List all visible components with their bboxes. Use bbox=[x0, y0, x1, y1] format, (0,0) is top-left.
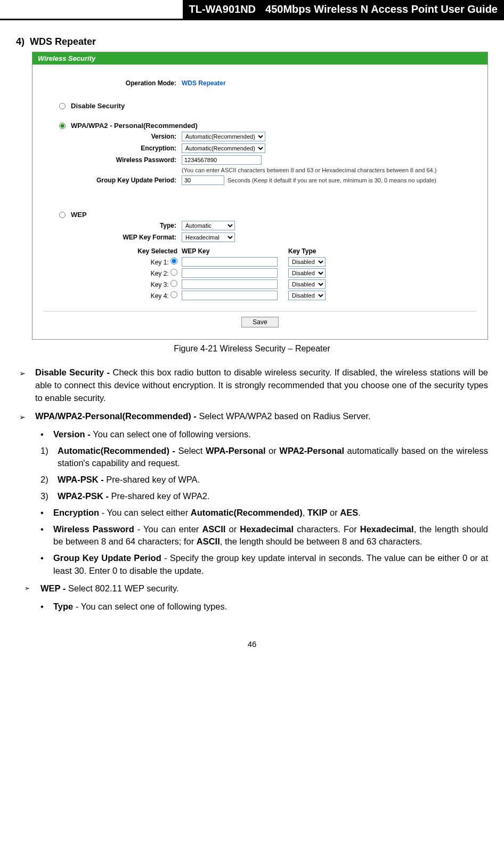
wep-type-label: Type: bbox=[43, 222, 182, 229]
password-input[interactable] bbox=[182, 155, 262, 165]
bullet-v3: 3) WPA2-PSK - Pre-shared key of WPA2. bbox=[40, 490, 488, 502]
version-label: Version: bbox=[43, 133, 182, 140]
panel-title: Wireless Security bbox=[32, 52, 487, 65]
page-number: 46 bbox=[16, 639, 488, 648]
disable-label: Disable Security bbox=[71, 102, 125, 110]
op-mode-label: Operation Mode: bbox=[43, 79, 182, 87]
wpa-label: WPA/WPA2 - Personal(Recommended) bbox=[71, 122, 198, 130]
screenshot-figure: Wireless Security Operation Mode: WDS Re… bbox=[32, 52, 488, 340]
section-heading: 4) WDS Repeater bbox=[16, 36, 488, 47]
key1-input[interactable] bbox=[182, 257, 278, 267]
disable-radio[interactable] bbox=[59, 103, 66, 109]
key1-label: Key 1: bbox=[151, 259, 169, 266]
figure-caption: Figure 4-21 Wireless Security – Repeater bbox=[16, 344, 488, 354]
key1-type-select[interactable]: Disabled bbox=[288, 257, 326, 267]
group-key-hint: Seconds (Keep it default if you are not … bbox=[227, 177, 436, 183]
group-key-label: Group Key Update Period: bbox=[43, 177, 182, 184]
encryption-label: Encryption: bbox=[43, 145, 182, 152]
bullet-wpass: • Wireless Password - You can enter ASCI… bbox=[40, 523, 488, 548]
group-key-input[interactable] bbox=[182, 175, 224, 185]
bullet-wpa: ➢ WPA/WPA2-Personal(Recommended) - Selec… bbox=[19, 410, 488, 423]
key2-type-select[interactable]: Disabled bbox=[288, 268, 326, 278]
key1-radio[interactable] bbox=[170, 258, 177, 265]
bullet-encryption: • Encryption - You can select either Aut… bbox=[40, 507, 488, 519]
wep-format-label: WEP Key Format: bbox=[43, 234, 182, 241]
wep-type-select[interactable]: Automatic bbox=[182, 221, 235, 230]
bullet-v2: 2) WPA-PSK - Pre-shared key of WPA. bbox=[40, 474, 488, 486]
op-mode-value: WDS Repeater bbox=[182, 79, 226, 87]
encryption-select[interactable]: Automatic(Recommended) bbox=[182, 143, 265, 153]
wep-format-select[interactable]: Hexadecimal bbox=[182, 233, 235, 242]
save-button[interactable]: Save bbox=[241, 317, 278, 327]
key2-label: Key 2: bbox=[151, 270, 169, 277]
key4-radio[interactable] bbox=[170, 291, 177, 298]
key4-type-select[interactable]: Disabled bbox=[288, 291, 326, 300]
bullet-v1: 1) Automatic(Recommended) - Select WPA-P… bbox=[40, 445, 488, 469]
key-selected-head: Key Selected bbox=[43, 247, 182, 255]
bullet-disable: ➢ Disable Security - Check this box radi… bbox=[19, 366, 488, 405]
wep-label: WEP bbox=[71, 211, 87, 219]
key2-radio[interactable] bbox=[170, 269, 177, 276]
key4-input[interactable] bbox=[182, 291, 278, 300]
version-select[interactable]: Automatic(Recommended) bbox=[182, 132, 265, 141]
model-label: TL-WA901ND bbox=[183, 0, 263, 19]
key3-type-select[interactable]: Disabled bbox=[288, 279, 326, 289]
wep-key-head: WEP Key bbox=[182, 247, 288, 255]
bullet-wep: ➢ WEP - Select 802.11 WEP security. bbox=[25, 582, 488, 595]
bullet-weptype: • Type - You can select one of following… bbox=[40, 600, 488, 613]
wep-radio[interactable] bbox=[59, 212, 66, 218]
key-type-head: Key Type bbox=[288, 247, 342, 255]
wpa-radio[interactable] bbox=[59, 123, 66, 129]
bullet-version: • Version - You can select one of follow… bbox=[40, 428, 488, 440]
key3-radio[interactable] bbox=[170, 280, 177, 287]
key3-input[interactable] bbox=[182, 279, 278, 289]
guide-title: 450Mbps Wireless N Access Point User Gui… bbox=[262, 0, 504, 19]
password-hint: (You can enter ASCII characters between … bbox=[182, 167, 436, 173]
password-label: Wireless Password: bbox=[43, 156, 182, 164]
key2-input[interactable] bbox=[182, 268, 278, 278]
bullet-gkey: • Group Key Update Period - Specify the … bbox=[40, 552, 488, 576]
key3-label: Key 3: bbox=[151, 281, 169, 289]
key4-label: Key 4: bbox=[151, 292, 169, 300]
